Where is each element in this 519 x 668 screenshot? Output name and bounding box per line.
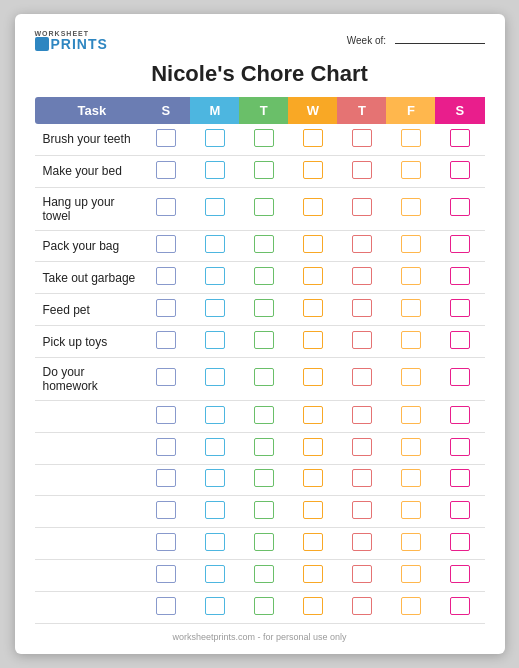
checkbox[interactable] xyxy=(450,469,470,487)
checkbox[interactable] xyxy=(450,565,470,583)
check-cell[interactable] xyxy=(288,432,337,464)
checkbox[interactable] xyxy=(401,368,421,386)
check-cell[interactable] xyxy=(190,294,239,326)
check-cell[interactable] xyxy=(337,187,386,230)
check-cell[interactable] xyxy=(337,124,386,155)
checkbox[interactable] xyxy=(352,501,372,519)
check-cell[interactable] xyxy=(190,432,239,464)
check-cell[interactable] xyxy=(288,294,337,326)
checkbox[interactable] xyxy=(303,469,323,487)
check-cell[interactable] xyxy=(337,357,386,400)
checkbox[interactable] xyxy=(303,267,323,285)
checkbox[interactable] xyxy=(303,565,323,583)
check-cell[interactable] xyxy=(386,591,435,623)
checkbox[interactable] xyxy=(205,299,225,317)
checkbox[interactable] xyxy=(254,161,274,179)
checkbox[interactable] xyxy=(401,597,421,615)
checkbox[interactable] xyxy=(205,406,225,424)
check-cell[interactable] xyxy=(190,560,239,592)
checkbox[interactable] xyxy=(303,597,323,615)
checkbox[interactable] xyxy=(352,129,372,147)
checkbox[interactable] xyxy=(303,533,323,551)
check-cell[interactable] xyxy=(386,187,435,230)
check-cell[interactable] xyxy=(435,357,484,400)
checkbox[interactable] xyxy=(450,198,470,216)
checkbox[interactable] xyxy=(450,235,470,253)
checkbox[interactable] xyxy=(205,198,225,216)
check-cell[interactable] xyxy=(288,230,337,262)
checkbox[interactable] xyxy=(205,161,225,179)
checkbox[interactable] xyxy=(352,235,372,253)
checkbox[interactable] xyxy=(156,406,176,424)
check-cell[interactable] xyxy=(141,400,190,432)
checkbox[interactable] xyxy=(156,565,176,583)
checkbox[interactable] xyxy=(205,331,225,349)
checkbox[interactable] xyxy=(450,267,470,285)
checkbox[interactable] xyxy=(401,331,421,349)
check-cell[interactable] xyxy=(435,400,484,432)
check-cell[interactable] xyxy=(386,464,435,496)
check-cell[interactable] xyxy=(239,464,288,496)
check-cell[interactable] xyxy=(337,432,386,464)
check-cell[interactable] xyxy=(435,124,484,155)
checkbox[interactable] xyxy=(254,406,274,424)
checkbox[interactable] xyxy=(205,267,225,285)
checkbox[interactable] xyxy=(156,438,176,456)
checkbox[interactable] xyxy=(205,597,225,615)
checkbox[interactable] xyxy=(450,331,470,349)
check-cell[interactable] xyxy=(337,294,386,326)
check-cell[interactable] xyxy=(435,528,484,560)
checkbox[interactable] xyxy=(156,533,176,551)
checkbox[interactable] xyxy=(254,533,274,551)
checkbox[interactable] xyxy=(352,161,372,179)
check-cell[interactable] xyxy=(239,591,288,623)
checkbox[interactable] xyxy=(205,469,225,487)
checkbox[interactable] xyxy=(401,406,421,424)
checkbox[interactable] xyxy=(450,597,470,615)
checkbox[interactable] xyxy=(450,533,470,551)
checkbox[interactable] xyxy=(205,533,225,551)
checkbox[interactable] xyxy=(156,597,176,615)
check-cell[interactable] xyxy=(288,262,337,294)
checkbox[interactable] xyxy=(254,565,274,583)
checkbox[interactable] xyxy=(401,198,421,216)
check-cell[interactable] xyxy=(386,432,435,464)
check-cell[interactable] xyxy=(239,400,288,432)
checkbox[interactable] xyxy=(303,235,323,253)
checkbox[interactable] xyxy=(401,533,421,551)
check-cell[interactable] xyxy=(190,230,239,262)
checkbox[interactable] xyxy=(156,235,176,253)
check-cell[interactable] xyxy=(239,560,288,592)
checkbox[interactable] xyxy=(254,299,274,317)
check-cell[interactable] xyxy=(435,496,484,528)
check-cell[interactable] xyxy=(239,357,288,400)
checkbox[interactable] xyxy=(450,129,470,147)
checkbox[interactable] xyxy=(254,368,274,386)
checkbox[interactable] xyxy=(205,438,225,456)
checkbox[interactable] xyxy=(205,129,225,147)
check-cell[interactable] xyxy=(190,400,239,432)
checkbox[interactable] xyxy=(401,469,421,487)
check-cell[interactable] xyxy=(190,187,239,230)
check-cell[interactable] xyxy=(337,155,386,187)
check-cell[interactable] xyxy=(288,357,337,400)
check-cell[interactable] xyxy=(288,187,337,230)
check-cell[interactable] xyxy=(435,294,484,326)
check-cell[interactable] xyxy=(386,230,435,262)
check-cell[interactable] xyxy=(288,496,337,528)
check-cell[interactable] xyxy=(141,432,190,464)
check-cell[interactable] xyxy=(288,591,337,623)
checkbox[interactable] xyxy=(401,235,421,253)
check-cell[interactable] xyxy=(386,357,435,400)
check-cell[interactable] xyxy=(141,464,190,496)
check-cell[interactable] xyxy=(386,400,435,432)
check-cell[interactable] xyxy=(337,560,386,592)
check-cell[interactable] xyxy=(337,528,386,560)
check-cell[interactable] xyxy=(190,124,239,155)
checkbox[interactable] xyxy=(205,565,225,583)
checkbox[interactable] xyxy=(254,198,274,216)
check-cell[interactable] xyxy=(190,357,239,400)
checkbox[interactable] xyxy=(254,501,274,519)
check-cell[interactable] xyxy=(141,230,190,262)
check-cell[interactable] xyxy=(337,496,386,528)
